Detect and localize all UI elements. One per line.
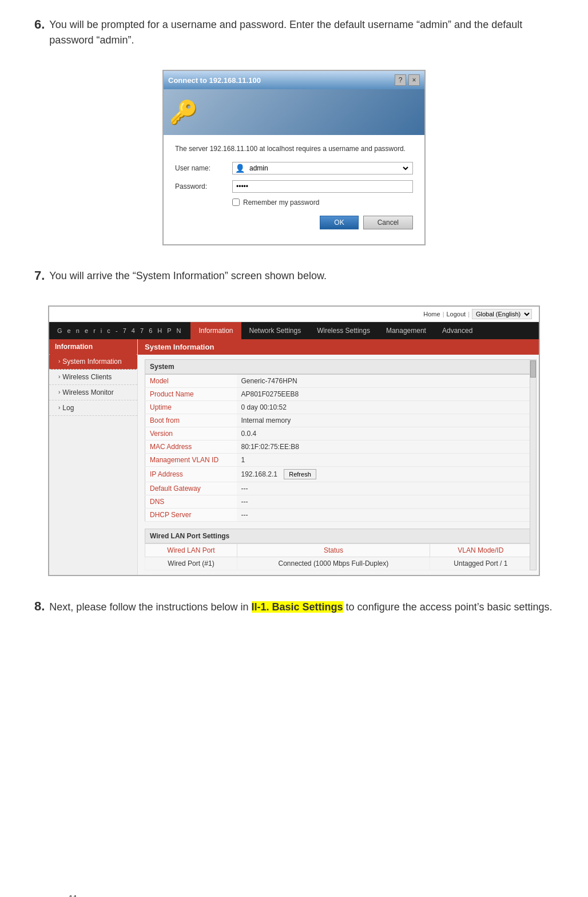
- value-uptime: 0 day 00:10:52: [237, 400, 532, 414]
- value-product-name: AP801F0275EEB8: [237, 387, 532, 400]
- nav-item-advanced[interactable]: Advanced: [434, 322, 480, 339]
- step6-text: You will be prompted for a username and …: [49, 17, 554, 48]
- sidebar-item-wireless-clients[interactable]: › Wireless Clients: [49, 370, 137, 385]
- remember-checkbox[interactable]: [232, 199, 240, 206]
- sidebar-label-wireless-clients: Wireless Clients: [62, 373, 112, 381]
- step8-text: Next, please follow the instructions bel…: [49, 599, 552, 616]
- sidebar-arrow-2: ›: [58, 374, 60, 380]
- wired-section-title: Wired LAN Port Settings: [145, 529, 532, 543]
- nav-item-management[interactable]: Management: [378, 322, 434, 339]
- username-combo[interactable]: 👤 admin: [232, 162, 413, 174]
- topbar-sep1: |: [443, 311, 444, 317]
- label-model: Model: [145, 374, 237, 387]
- remember-label: Remember my password: [243, 199, 319, 207]
- refresh-button[interactable]: Refresh: [284, 469, 316, 479]
- router-sidebar: Information › System Information › Wirel…: [49, 339, 138, 575]
- main-section-header: System Information: [138, 339, 539, 355]
- sidebar-label-wireless-monitor: Wireless Monitor: [62, 388, 113, 396]
- dialog-message: The server 192.168.11.100 at localhost r…: [175, 144, 413, 154]
- dialog-buttons: OK Cancel: [175, 216, 413, 235]
- remember-checkbox-row: Remember my password: [232, 199, 413, 207]
- wired-col-vlan: VLAN Mode/ID: [430, 543, 531, 557]
- scroll-bar[interactable]: [530, 359, 537, 570]
- table-row: IP Address 192.168.2.1 Refresh: [145, 466, 532, 482]
- label-boot-from: Boot from: [145, 414, 237, 427]
- nav-item-wireless-settings[interactable]: Wireless Settings: [309, 322, 378, 339]
- system-info-table: Model Generic-7476HPN Product Name AP801…: [145, 374, 532, 522]
- step7-text: You will arrive the “System Information”…: [49, 268, 327, 284]
- wired-port-name: Wired Port (#1): [145, 557, 237, 570]
- router-topbar: Home | Logout | Global (English): [49, 307, 539, 322]
- dialog-title: Connect to 192.168.11.100: [168, 76, 261, 85]
- label-mgmt-vlan: Management VLAN ID: [145, 453, 237, 466]
- keys-icon: 🔑: [169, 99, 198, 126]
- dialog-titlebar-buttons: ? ×: [395, 74, 420, 86]
- sidebar-section-header: Information: [49, 339, 137, 354]
- system-section-title: System: [145, 359, 532, 374]
- system-table-wrapper: System Model Generic-7476HPN Product Nam…: [138, 355, 539, 575]
- value-boot-from: Internal memory: [237, 414, 532, 427]
- value-dns: ---: [237, 495, 532, 508]
- table-row: Model Generic-7476HPN: [145, 374, 532, 387]
- label-uptime: Uptime: [145, 400, 237, 414]
- topbar-sep2: |: [468, 311, 470, 317]
- nav-item-network-settings[interactable]: Network Settings: [241, 322, 309, 339]
- password-label: Password:: [175, 182, 232, 190]
- label-version: Version: [145, 427, 237, 440]
- scroll-thumb: [530, 360, 536, 378]
- step8-number: 8.: [34, 599, 45, 614]
- dialog-help-button[interactable]: ?: [395, 74, 406, 86]
- username-select[interactable]: admin: [247, 164, 410, 173]
- password-field-row: Password:: [175, 180, 413, 193]
- dialog-titlebar: Connect to 192.168.11.100 ? ×: [164, 71, 424, 89]
- sidebar-item-system-information[interactable]: › System Information: [49, 354, 137, 370]
- cancel-button[interactable]: Cancel: [363, 216, 413, 229]
- table-row: MAC Address 80:1F:02:75:EE:B8: [145, 440, 532, 453]
- sidebar-arrow-1: ›: [58, 358, 60, 364]
- label-default-gateway: Default Gateway: [145, 482, 237, 495]
- step8-text-before: Next, please follow the instructions bel…: [49, 601, 251, 613]
- dialog-body: The server 192.168.11.100 at localhost r…: [164, 135, 424, 244]
- nav-item-information[interactable]: Information: [190, 322, 241, 339]
- label-dhcp-server: DHCP Server: [145, 508, 237, 521]
- page-number: 11: [69, 894, 78, 897]
- wired-table: Wired LAN Port Status VLAN Mode/ID Wired…: [145, 543, 532, 570]
- topbar-home[interactable]: Home: [423, 311, 440, 317]
- label-ip-address: IP Address: [145, 466, 237, 482]
- table-row: DHCP Server ---: [145, 508, 532, 521]
- wired-header-row: Wired LAN Port Status VLAN Mode/ID: [145, 543, 532, 557]
- username-label: User name:: [175, 164, 232, 172]
- wired-col-status: Status: [237, 543, 430, 557]
- router-navbar: G e n e r i c - 7 4 7 6 H P N Informatio…: [49, 322, 539, 339]
- ok-button[interactable]: OK: [320, 216, 358, 229]
- sidebar-label-log: Log: [62, 404, 74, 412]
- step6-number: 6.: [34, 17, 45, 32]
- table-row: DNS ---: [145, 495, 532, 508]
- table-row: Default Gateway ---: [145, 482, 532, 495]
- value-mac-address: 80:1F:02:75:EE:B8: [237, 440, 532, 453]
- step8-text-after: to configure the access point’s basic se…: [343, 601, 553, 613]
- table-row: Version 0.0.4: [145, 427, 532, 440]
- value-ip-address: 192.168.2.1 Refresh: [237, 466, 532, 482]
- login-dialog-wrapper: Connect to 192.168.11.100 ? × 🔑 The serv…: [34, 70, 554, 245]
- dialog-close-button[interactable]: ×: [408, 74, 420, 86]
- sidebar-item-log[interactable]: › Log: [49, 400, 137, 416]
- password-input[interactable]: [232, 180, 413, 193]
- wired-section: Wired LAN Port Settings Wired LAN Port S…: [145, 529, 532, 570]
- topbar-logout[interactable]: Logout: [446, 311, 466, 317]
- router-ui: Home | Logout | Global (English) G e n e…: [48, 305, 540, 576]
- topbar-language-select[interactable]: Global (English): [472, 309, 532, 319]
- table-row: Product Name AP801F0275EEB8: [145, 387, 532, 400]
- router-brand: G e n e r i c - 7 4 7 6 H P N: [49, 323, 190, 339]
- wired-col-port: Wired LAN Port: [145, 543, 237, 557]
- wired-port-status: Connected (1000 Mbps Full-Duplex): [237, 557, 430, 570]
- value-default-gateway: ---: [237, 482, 532, 495]
- step7-number: 7.: [34, 268, 45, 283]
- value-dhcp-server: ---: [237, 508, 532, 521]
- value-model: Generic-7476HPN: [237, 374, 532, 387]
- user-icon: 👤: [235, 164, 245, 173]
- login-dialog: Connect to 192.168.11.100 ? × 🔑 The serv…: [162, 70, 426, 245]
- sidebar-item-wireless-monitor[interactable]: › Wireless Monitor: [49, 385, 137, 400]
- wired-row: Wired Port (#1) Connected (1000 Mbps Ful…: [145, 557, 532, 570]
- table-row: Boot from Internal memory: [145, 414, 532, 427]
